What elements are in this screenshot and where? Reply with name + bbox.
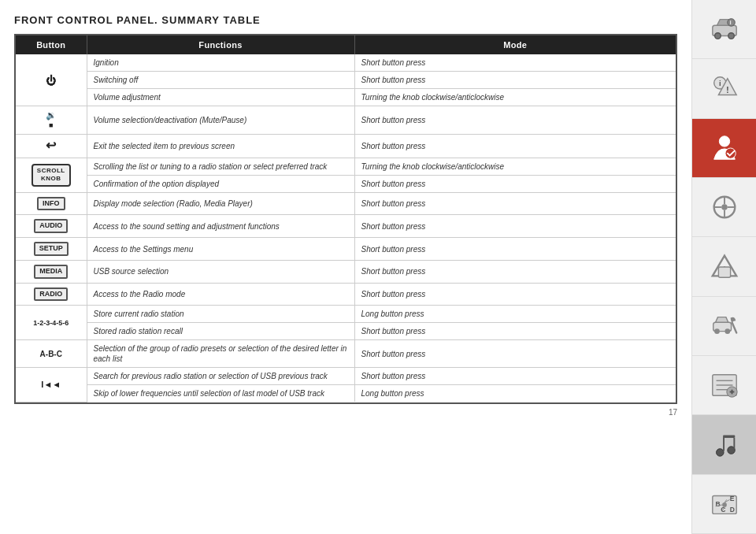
button-cell-power: ⏻ xyxy=(16,54,87,106)
button-cell-scroll: SCROLLKNOB xyxy=(16,158,87,192)
page-number: 17 xyxy=(14,408,677,417)
sidebar-item-alerts[interactable]: i ! xyxy=(692,59,756,118)
mode-cell: Short button press xyxy=(354,215,676,238)
function-cell: Ignition xyxy=(87,54,354,72)
button-cell-media: MEDIA xyxy=(16,260,87,283)
svg-point-21 xyxy=(714,328,720,334)
sidebar-item-car-info[interactable]: i xyxy=(692,0,756,59)
audio-music-icon xyxy=(710,429,739,459)
info-button-icon: INFO xyxy=(37,197,65,211)
mode-cell: Turning the knob clockwise/anticlockwise xyxy=(354,158,676,175)
button-cell-info: INFO xyxy=(16,192,87,215)
table-row: 1-2-3-4-5-6 Store current radio station … xyxy=(16,306,676,323)
map-icon: B E D C xyxy=(710,489,739,519)
volume-icon: 🔉■ xyxy=(19,110,83,130)
mode-cell: Short button press xyxy=(354,238,676,261)
svg-point-3 xyxy=(728,33,734,39)
function-cell: USB source selection xyxy=(87,260,354,283)
steering-wheel-icon xyxy=(710,192,739,222)
media-button-icon: MEDIA xyxy=(34,265,68,279)
table-row: INFO Display mode selection (Radio, Medi… xyxy=(16,192,676,215)
function-cell: Stored radio station recall xyxy=(87,323,354,340)
svg-text:B: B xyxy=(715,500,720,508)
table-row: AUDIO Access to the sound setting and ad… xyxy=(16,215,676,238)
svg-point-31 xyxy=(716,449,724,457)
button-cell-back: ↩ xyxy=(16,134,87,158)
button-cell-radio: RADIO xyxy=(16,283,87,306)
svg-text:i: i xyxy=(718,80,721,88)
service-icon xyxy=(710,311,739,341)
table-row: ↩ Exit the selected item to previous scr… xyxy=(16,134,676,158)
sidebar-item-audio[interactable] xyxy=(692,415,756,474)
svg-point-9 xyxy=(719,136,729,146)
svg-line-23 xyxy=(732,322,736,332)
svg-text:D: D xyxy=(729,506,734,514)
button-cell-setup: SETUP xyxy=(16,238,87,261)
svg-marker-20 xyxy=(715,317,728,322)
function-cell: Access to the sound setting and adjustme… xyxy=(87,215,354,238)
sidebar-item-safety[interactable]: ! xyxy=(692,237,756,296)
mode-cell: Short button press xyxy=(354,323,676,340)
table-row: RADIO Access to the Radio mode Short but… xyxy=(16,283,676,306)
table-row: MEDIA USB source selection Short button … xyxy=(16,260,676,283)
mode-cell: Short button press xyxy=(354,283,676,306)
col-header-mode: Mode xyxy=(354,35,676,54)
prev-icon: I◄◄ xyxy=(41,380,61,389)
function-cell: Access to the Radio mode xyxy=(87,283,354,306)
button-cell-abc: A-B-C xyxy=(16,340,87,368)
svg-point-22 xyxy=(724,328,730,334)
abc-icon: A-B-C xyxy=(40,350,62,358)
media-person-icon xyxy=(710,133,739,163)
svg-point-4 xyxy=(727,19,735,27)
function-cell: Switching off xyxy=(87,72,354,89)
sidebar-item-service[interactable] xyxy=(692,297,756,356)
function-cell: Access to the Settings menu xyxy=(87,238,354,261)
mode-cell: Short button press xyxy=(354,175,676,192)
sidebar-item-controls[interactable] xyxy=(692,178,756,237)
mode-cell: Short button press xyxy=(354,106,676,135)
function-cell: Skip of lower frequencies until selectio… xyxy=(87,385,354,402)
mode-cell: Short button press xyxy=(354,192,676,215)
scroll-icon: SCROLLKNOB xyxy=(32,164,71,187)
svg-text:!: ! xyxy=(725,85,728,95)
function-cell: Display mode selection (Radio, Media Pla… xyxy=(87,192,354,215)
mode-cell: Short button press xyxy=(354,260,676,283)
table-row: Volume adjustment Turning the knob clock… xyxy=(16,89,676,106)
table-row: I◄◄ Search for previous radio station or… xyxy=(16,368,676,385)
table-row: ⏻ Ignition Short button press xyxy=(16,54,676,72)
settings-list-icon xyxy=(710,370,739,400)
sidebar-item-map[interactable]: B E D C xyxy=(692,475,756,534)
svg-point-12 xyxy=(721,204,728,210)
svg-rect-35 xyxy=(733,438,735,449)
function-cell: Confirmation of the option displayed xyxy=(87,175,354,192)
mode-cell: Short button press xyxy=(354,340,676,368)
button-cell-audio: AUDIO xyxy=(16,215,87,238)
col-header-functions: Functions xyxy=(87,35,354,54)
mode-cell: Short button press xyxy=(354,72,676,89)
table-row: SETUP Access to the Settings menu Short … xyxy=(16,238,676,261)
main-content: FRONT CONTROL PANEL. SUMMARY TABLE Butto… xyxy=(0,0,691,534)
car-info-icon: i xyxy=(710,14,739,44)
table-row: A-B-C Selection of the group of radio pr… xyxy=(16,340,676,368)
svg-text:i: i xyxy=(729,20,731,25)
mode-cell: Long button press xyxy=(354,306,676,323)
function-cell: Store current radio station xyxy=(87,306,354,323)
table-row: Skip of lower frequencies until selectio… xyxy=(16,385,676,402)
svg-rect-34 xyxy=(723,438,724,451)
function-cell: Exit the selected item to previous scree… xyxy=(87,134,354,158)
back-icon: ↩ xyxy=(46,139,56,152)
sidebar-item-media[interactable] xyxy=(692,119,756,178)
mode-cell: Long button press xyxy=(354,385,676,402)
setup-button-icon: SETUP xyxy=(34,242,69,256)
alerts-icon: i ! xyxy=(710,73,739,103)
summary-table: Button Functions Mode ⏻ Ignition Short b… xyxy=(16,35,676,402)
button-cell-volume: 🔉■ xyxy=(16,106,87,135)
svg-point-42 xyxy=(722,502,727,507)
sidebar-item-settings-list[interactable] xyxy=(692,356,756,415)
col-header-button: Button xyxy=(16,35,87,54)
button-cell-prev: I◄◄ xyxy=(16,368,87,402)
svg-rect-18 xyxy=(718,267,730,277)
presets-icon: 1-2-3-4-5-6 xyxy=(33,319,69,327)
power-icon: ⏻ xyxy=(46,75,56,88)
audio-button-icon: AUDIO xyxy=(34,219,68,233)
